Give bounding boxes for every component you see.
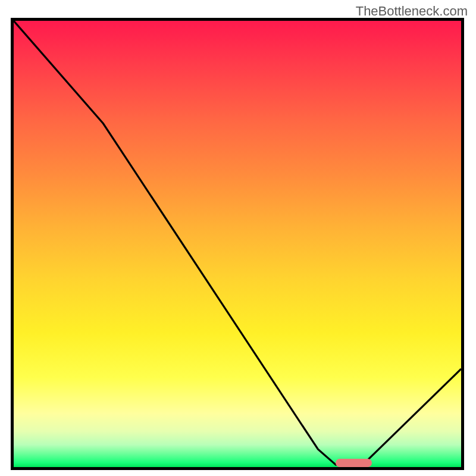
watermark-text: TheBottleneck.com bbox=[356, 4, 468, 19]
chart-svg bbox=[14, 21, 461, 467]
bottleneck-curve bbox=[14, 21, 461, 465]
chart-area bbox=[11, 18, 464, 470]
optimal-marker bbox=[336, 459, 371, 467]
